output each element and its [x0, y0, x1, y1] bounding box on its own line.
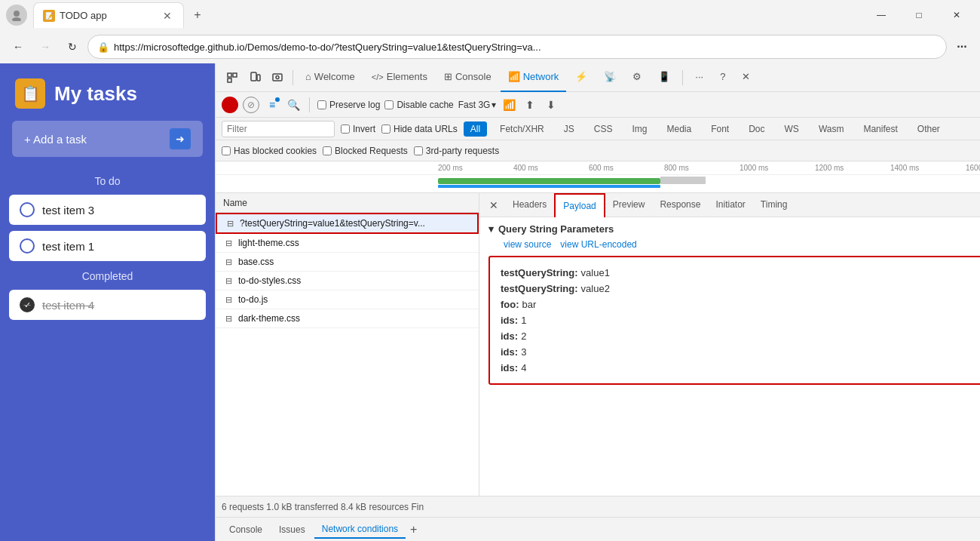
network-icon: 📶: [508, 71, 520, 82]
third-party-checkbox[interactable]: 3rd-party requests: [414, 146, 499, 156]
tab-timing[interactable]: Timing: [753, 193, 795, 217]
tab-initiator[interactable]: Initiator: [708, 193, 752, 217]
add-task-button[interactable]: + Add a task ➜: [12, 121, 203, 157]
tab-welcome-label: Welcome: [314, 71, 355, 82]
refresh-button[interactable]: ↻: [60, 35, 84, 59]
tab-network[interactable]: 📶 Network: [501, 63, 567, 92]
tab-network-label: Network: [523, 71, 559, 82]
browser-more-button[interactable]: ···: [950, 35, 974, 59]
tab-payload[interactable]: Payload: [554, 193, 605, 217]
invert-label: Invert: [353, 124, 375, 134]
hide-data-urls-input[interactable]: [381, 124, 390, 134]
screenshot-button[interactable]: [267, 67, 288, 88]
search-button[interactable]: 🔍: [285, 97, 302, 113]
tab-response[interactable]: Response: [652, 193, 708, 217]
list-item[interactable]: ✓ test item 4: [9, 290, 206, 320]
upload-btn[interactable]: ⬆: [522, 97, 538, 113]
filter-type-all[interactable]: All: [464, 121, 487, 137]
detail-close-button[interactable]: ✕: [485, 197, 502, 214]
svg-rect-2: [228, 73, 231, 77]
invert-checkbox[interactable]: Invert: [341, 124, 375, 134]
filter-type-font[interactable]: Font: [704, 121, 736, 137]
filter-type-img[interactable]: Img: [625, 121, 654, 137]
filter-type-css[interactable]: CSS: [587, 121, 620, 137]
disable-cache-input[interactable]: [384, 100, 394, 109]
inspect-element-button[interactable]: [222, 67, 243, 88]
tab-title: TODO app: [60, 10, 156, 21]
throttle-dropdown[interactable]: Fast 3G ▾: [458, 100, 497, 110]
invert-input[interactable]: [341, 124, 350, 134]
record-button[interactable]: [222, 97, 238, 113]
hide-data-urls-checkbox[interactable]: Hide data URLs: [381, 124, 458, 134]
third-party-input[interactable]: [414, 146, 423, 155]
list-item[interactable]: test item 1: [9, 231, 206, 261]
filter-type-manifest[interactable]: Manifest: [856, 121, 904, 137]
has-blocked-cookies-label: Has blocked cookies: [234, 146, 317, 156]
blocked-requests-checkbox[interactable]: Blocked Requests: [323, 146, 408, 156]
bottom-tab-console[interactable]: Console: [222, 521, 270, 538]
minimize-button[interactable]: —: [864, 4, 899, 26]
filter-type-media[interactable]: Media: [660, 121, 698, 137]
tab-payload-label: Payload: [563, 201, 596, 211]
back-button[interactable]: ←: [6, 35, 30, 59]
device-emulation-button[interactable]: [244, 67, 265, 88]
more-tools-button[interactable]: ···: [688, 63, 711, 92]
list-item[interactable]: ⊟ to-do.js: [216, 290, 479, 309]
tab-elements[interactable]: </> Elements: [364, 63, 435, 92]
add-tab-button[interactable]: +: [410, 523, 417, 536]
tab-performance[interactable]: ⚡: [568, 63, 595, 92]
filter-type-wasm[interactable]: Wasm: [812, 121, 851, 137]
list-item[interactable]: ⊟ base.css: [216, 253, 479, 272]
preserve-log-checkbox[interactable]: Preserve log: [317, 100, 380, 110]
tab-initiator-label: Initiator: [715, 199, 745, 210]
task-checkbox-checked[interactable]: ✓: [20, 297, 35, 312]
filter-type-other[interactable]: Other: [911, 121, 947, 137]
help-button[interactable]: ?: [712, 63, 733, 92]
list-item[interactable]: ⊟ ?testQueryString=value1&testQueryStrin…: [216, 213, 479, 234]
preserve-log-input[interactable]: [317, 100, 326, 109]
param-value: bar: [522, 299, 537, 310]
tab-console[interactable]: ⊞ Console: [436, 63, 499, 92]
filter-type-js[interactable]: JS: [557, 121, 581, 137]
task-checkbox[interactable]: [20, 202, 35, 217]
disable-cache-checkbox[interactable]: Disable cache: [384, 100, 453, 110]
has-blocked-cookies-input[interactable]: [222, 146, 231, 155]
filter-toggle-button[interactable]: ≡: [264, 97, 280, 113]
download-btn[interactable]: ⬇: [543, 97, 559, 113]
bottom-tab-network-conditions[interactable]: Network conditions: [314, 521, 406, 539]
filter-type-fetch[interactable]: Fetch/XHR: [493, 121, 551, 137]
tab-settings-gear[interactable]: ⚙: [625, 63, 649, 92]
devtools-close-button[interactable]: ✕: [734, 63, 758, 92]
list-item[interactable]: ⊟ dark-theme.css: [216, 309, 479, 328]
help-icon: ?: [720, 71, 725, 82]
view-url-encoded-link[interactable]: view URL-encoded: [560, 239, 636, 250]
new-tab-button[interactable]: +: [187, 5, 208, 26]
filter-type-doc[interactable]: Doc: [742, 121, 771, 137]
tab-preview[interactable]: Preview: [605, 193, 653, 217]
tab-close-button[interactable]: ✕: [161, 9, 174, 23]
main-content: 📋 My tasks + Add a task ➜ To do test ite…: [0, 63, 980, 541]
view-source-link[interactable]: view source: [504, 239, 551, 250]
third-party-label: 3rd-party requests: [426, 146, 499, 156]
task-checkbox[interactable]: [20, 238, 35, 254]
url-bar[interactable]: 🔒 https://microsoftedge.github.io/Demos/…: [87, 35, 947, 59]
bottom-tab-issues[interactable]: Issues: [271, 521, 313, 538]
tab-wifi[interactable]: 📡: [596, 63, 623, 92]
maximize-button[interactable]: □: [902, 4, 936, 26]
filter-type-ws[interactable]: WS: [778, 121, 806, 137]
list-item[interactable]: test item 3: [9, 195, 206, 225]
tab-welcome[interactable]: ⌂ Welcome: [298, 63, 363, 92]
bottom-tabs: Console Issues Network conditions +: [216, 517, 980, 541]
list-item[interactable]: ⊟ to-do-styles.css: [216, 272, 479, 290]
list-item[interactable]: ⊟ light-theme.css: [216, 234, 479, 253]
blocked-requests-input[interactable]: [323, 146, 332, 155]
browser-tab[interactable]: 📝 TODO app ✕: [33, 2, 184, 28]
clear-button[interactable]: ⊘: [243, 97, 259, 113]
window-close-button[interactable]: ✕: [939, 4, 974, 26]
has-blocked-cookies-checkbox[interactable]: Has blocked cookies: [222, 146, 317, 156]
online-toggle[interactable]: 📶: [501, 97, 517, 113]
tab-device-mode[interactable]: 📱: [651, 63, 678, 92]
filter-input[interactable]: [222, 121, 335, 137]
tab-headers[interactable]: Headers: [505, 193, 554, 217]
tab-headers-label: Headers: [513, 199, 547, 210]
